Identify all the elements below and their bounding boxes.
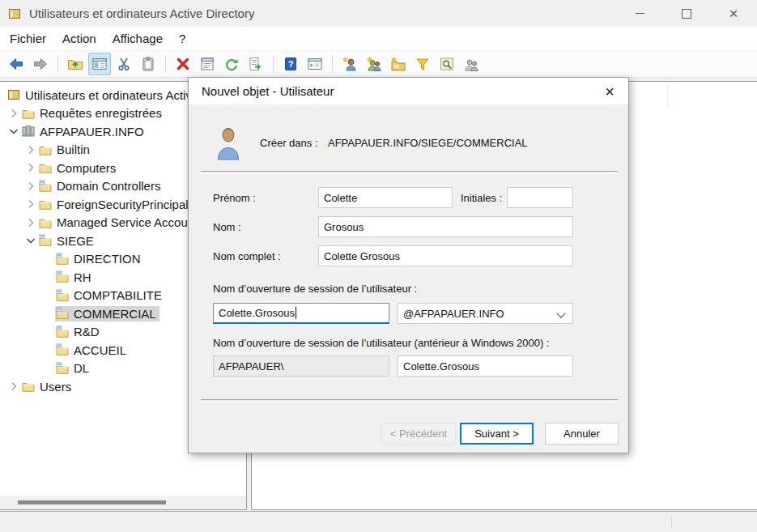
create-in-label: Créer dans : [260, 137, 318, 149]
delete-button[interactable] [172, 53, 194, 75]
maximize-button[interactable] [663, 0, 710, 27]
tree-item-label: RH [74, 270, 91, 284]
logon-name-label: Nom d’ouverture de session de l’utilisat… [213, 283, 417, 295]
close-icon: × [605, 83, 615, 100]
scrollbar-thumb[interactable] [18, 500, 166, 504]
menu-item-help[interactable]: ? [171, 28, 194, 50]
tree-item-label: Utilisateurs et ordinateurs Activ [25, 88, 192, 102]
help-button[interactable]: ? [279, 53, 302, 75]
tree-item-label: R&D [74, 325, 100, 338]
back-button[interactable] [5, 53, 28, 75]
special-tasks-button[interactable] [460, 53, 483, 75]
previous-button[interactable]: < Précédent [381, 423, 456, 445]
divider [201, 399, 618, 402]
initials-label: Initiales : [461, 192, 502, 204]
find-button[interactable] [436, 53, 458, 75]
tree-item-label: Users [40, 380, 71, 394]
new-org-unit-icon [390, 56, 406, 72]
show-console-tree-button[interactable] [88, 53, 111, 75]
logon-domain-dropdown[interactable]: @AFPAPAUER.INFO [398, 303, 573, 324]
properties-button[interactable] [196, 53, 219, 75]
cut-button[interactable] [113, 53, 135, 75]
help-icon: ? [283, 56, 299, 72]
folder-icon [22, 107, 35, 120]
toolbar-separator [273, 55, 274, 73]
legacy-logon-input[interactable]: Colette.Grosous [398, 355, 573, 377]
find-icon [439, 56, 455, 72]
show-window-button[interactable] [304, 53, 326, 75]
new-group-button[interactable] [363, 53, 385, 75]
chevron-right-icon[interactable] [6, 380, 21, 393]
tree-item-label: ACCUEIL [74, 343, 126, 357]
divider [201, 171, 618, 174]
chevron-placeholder [40, 326, 55, 338]
initials-input[interactable] [507, 187, 573, 208]
new-org-unit-button[interactable] [387, 53, 410, 75]
chevron-down-icon[interactable] [6, 125, 21, 138]
app-icon [8, 7, 21, 20]
chevron-right-icon[interactable] [6, 107, 21, 120]
chevron-down-icon[interactable] [23, 234, 38, 247]
close-button[interactable]: × [710, 0, 757, 27]
chevron-right-icon[interactable] [23, 180, 38, 193]
menu-item-affichage[interactable]: Affichage [104, 28, 171, 50]
statusbar [0, 511, 757, 532]
chevron-placeholder [40, 307, 55, 320]
tree-item-content: Builtin [38, 142, 93, 157]
window-controls: × [616, 0, 757, 27]
user-person-icon [215, 126, 242, 160]
properties-icon [199, 56, 215, 72]
refresh-icon [223, 56, 240, 72]
new-user-button[interactable] [338, 53, 361, 75]
full-name-input[interactable]: Colette Grosous [318, 245, 573, 266]
dialog-close-button[interactable]: × [599, 81, 620, 102]
maximize-icon [682, 9, 691, 19]
chevron-right-icon[interactable] [23, 216, 38, 229]
first-name-label: Prénom : [213, 192, 256, 204]
tree-item-label: DL [74, 361, 89, 375]
folder-icon [22, 380, 35, 393]
close-icon: × [729, 6, 738, 21]
new-object-user-dialog: Nouvel objet - Utilisateur × Créer dans … [188, 77, 629, 453]
tree-item-label: SIEGE [57, 234, 94, 248]
forward-button[interactable] [29, 53, 52, 75]
refresh-button[interactable] [220, 53, 243, 75]
show-console-tree-icon [91, 56, 108, 72]
menu-item-action[interactable]: Action [54, 28, 104, 50]
chevron-right-icon[interactable] [23, 161, 38, 174]
create-in-value: AFPAPAUER.INFO/SIEGE/COMMERCIAL [328, 137, 528, 149]
tree-item-content: ACCUEIL [55, 343, 130, 358]
ou-icon [56, 253, 69, 266]
text-caret [296, 307, 296, 319]
cut-icon [116, 56, 132, 72]
export-list-icon [248, 56, 264, 72]
window-titlebar: Utilisateurs et ordinateurs Active Direc… [0, 0, 757, 27]
legacy-domain-input[interactable]: AFPAPAUER\ [213, 355, 389, 377]
ou-icon [56, 289, 69, 302]
back-icon [8, 56, 24, 72]
menu-item-fichier[interactable]: Fichier [2, 28, 54, 50]
next-button[interactable]: Suivant > [460, 423, 534, 445]
delete-icon [175, 56, 191, 72]
first-name-input[interactable]: Colette [318, 187, 453, 208]
ou-icon [56, 343, 69, 356]
chevron-right-icon[interactable] [23, 143, 38, 156]
svg-text:?: ? [288, 59, 294, 69]
cancel-button[interactable]: Annuler [545, 423, 619, 445]
filter-button[interactable] [411, 53, 434, 75]
export-list-button[interactable] [245, 53, 267, 75]
chevron-right-icon[interactable] [23, 198, 38, 211]
special-tasks-icon [463, 56, 479, 72]
paste-button[interactable] [137, 53, 159, 75]
horizontal-scrollbar[interactable] [0, 496, 246, 509]
show-window-icon [307, 56, 323, 72]
toolbar: ? [0, 51, 757, 78]
last-name-input[interactable]: Grosous [318, 216, 573, 237]
tree-item-content: DIRECTION [55, 251, 144, 266]
up-one-level-button[interactable] [64, 53, 87, 75]
minimize-button[interactable] [616, 0, 663, 27]
logon-name-input[interactable]: Colette.Grosous [213, 303, 389, 324]
paste-icon [140, 56, 156, 72]
tree-item-label: Builtin [57, 143, 90, 156]
tree-item-content: COMMERCIAL [55, 306, 159, 321]
